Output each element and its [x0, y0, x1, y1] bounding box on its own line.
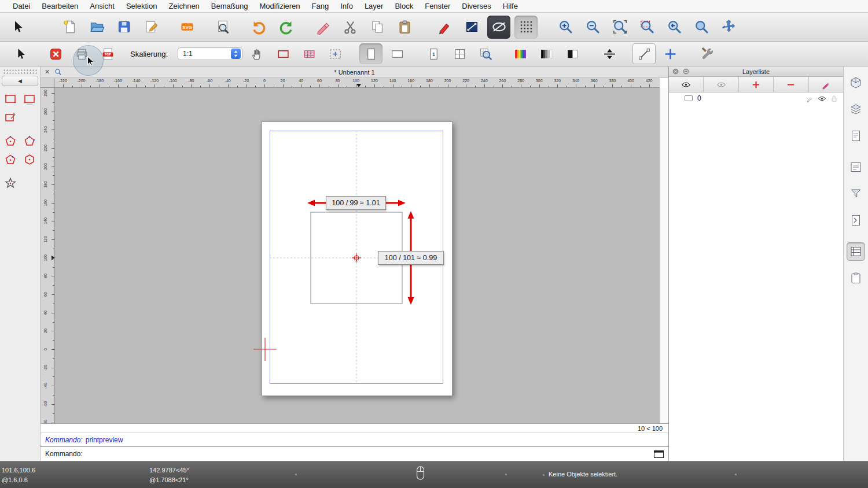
vertical-scrollbar[interactable] — [660, 88, 668, 423]
cut-button[interactable] — [339, 16, 362, 39]
diagonal-line-icon — [637, 47, 652, 61]
menubar-item-fenster[interactable]: Fenster — [419, 0, 456, 12]
black-white-button[interactable] — [561, 43, 584, 64]
print-preview-button[interactable] — [211, 16, 234, 39]
grayscale-button[interactable] — [535, 43, 558, 64]
sheet-page-dock-button[interactable] — [847, 127, 865, 145]
polygon-side-side-tool-button[interactable] — [20, 150, 39, 169]
open-drawing-button[interactable] — [85, 16, 108, 39]
svg-export-button[interactable]: SVG — [175, 16, 198, 39]
ruler-label: 300 — [532, 79, 547, 83]
ruler-tick — [429, 84, 430, 87]
grid-dots-button[interactable] — [514, 16, 538, 39]
polygon-center-side-tool-button[interactable] — [1, 150, 20, 169]
combo-stepper-icon[interactable] — [231, 49, 241, 59]
undo-button[interactable] — [247, 16, 270, 39]
rectangle-orientation-tool-button[interactable] — [1, 108, 20, 127]
selection-filter-dock-button[interactable] — [847, 184, 865, 203]
pen-edit-button[interactable] — [433, 16, 456, 39]
page-one-button[interactable]: 1 — [422, 43, 445, 64]
menubar-item-hilfe[interactable]: Hilfe — [497, 0, 524, 12]
menubar-item-info[interactable]: Info — [334, 0, 359, 12]
pan-hand-button[interactable] — [245, 43, 269, 64]
center-marks-button[interactable] — [598, 43, 621, 64]
eye-button[interactable] — [669, 77, 704, 92]
ruler-tick — [164, 86, 164, 87]
zoom-window-button[interactable] — [690, 16, 713, 39]
zoom-out-button[interactable] — [581, 16, 604, 39]
library-browser-dock-button[interactable] — [847, 158, 865, 176]
toolbox-drag-handle[interactable] — [3, 69, 37, 74]
block-edit-button[interactable] — [460, 16, 483, 39]
paste-button[interactable] — [393, 16, 416, 39]
command-panel-toggle-icon[interactable] — [654, 450, 664, 458]
menubar-item-selektion[interactable]: Selektion — [120, 0, 163, 12]
menubar-item-fang[interactable]: Fang — [306, 0, 335, 12]
block-list-dock-button[interactable] — [847, 100, 865, 119]
ruler-label: 400 — [623, 79, 638, 83]
menubar-item-bemaung[interactable]: Bemaßung — [205, 0, 254, 12]
pan-button[interactable] — [717, 16, 740, 39]
portrait-page-button[interactable] — [359, 43, 382, 64]
full-color-button[interactable] — [509, 43, 532, 64]
crosshair-box-button[interactable] — [323, 43, 347, 64]
menubar-item-modifizieren[interactable]: Modifizieren — [253, 0, 306, 12]
landscape-page-button[interactable] — [385, 43, 409, 64]
eye-off-button[interactable] — [704, 77, 738, 92]
ruler-tick — [52, 221, 54, 221]
red-rectangle-button[interactable] — [271, 43, 295, 64]
menubar-item-datei[interactable]: Datei — [7, 0, 36, 12]
save-drawing-button[interactable] — [112, 16, 135, 39]
previous-view-button[interactable] — [663, 16, 686, 39]
menubar-item-block[interactable]: Block — [389, 0, 419, 12]
close-view-icon[interactable]: ✕ — [45, 68, 50, 76]
layer-edit-pencil-icon[interactable] — [806, 94, 814, 103]
ruler-label: 100 — [348, 79, 363, 83]
layer-row-0[interactable]: 0 — [669, 93, 843, 104]
polygon-vertex-vertex-tool-button[interactable] — [20, 132, 39, 150]
layer-visible-eye-icon[interactable] — [818, 94, 826, 103]
blue-cross-button[interactable] — [659, 43, 682, 64]
layer-list-dock-button[interactable] — [847, 242, 865, 261]
app-preferences-button[interactable] — [696, 43, 719, 64]
star-tool-button[interactable] — [1, 174, 20, 193]
panel-close-icon[interactable] — [672, 68, 679, 75]
command-input[interactable] — [86, 450, 654, 458]
menubar-item-layer[interactable]: Layer — [359, 0, 389, 12]
layer-lock-icon[interactable] — [830, 94, 838, 103]
view-magnifier-icon[interactable] — [54, 68, 62, 76]
copy-button[interactable] — [366, 16, 389, 39]
panel-detach-icon[interactable] — [682, 68, 690, 75]
menubar-item-bearbeiten[interactable]: Bearbeiten — [36, 0, 84, 12]
rectangle-corners-tool-button[interactable] — [1, 90, 20, 108]
selection-pointer-button[interactable] — [6, 16, 29, 39]
auto-zoom-button[interactable] — [608, 16, 631, 39]
remove-layer-button[interactable] — [774, 77, 808, 92]
red-grid-button[interactable] — [297, 43, 321, 64]
draft-mode-button[interactable] — [487, 16, 510, 39]
property-editor-dock-button[interactable] — [847, 73, 865, 92]
selection-pointer-button[interactable] — [9, 43, 32, 64]
scaling-combobox[interactable]: 1:1 — [178, 47, 242, 60]
zoom-in-button[interactable] — [554, 16, 577, 39]
magnifier-grid-button[interactable] — [474, 43, 497, 64]
polygon-center-vertex-tool-button[interactable] — [1, 132, 20, 150]
zoom-selection-button[interactable] — [635, 16, 659, 39]
add-layer-button[interactable] — [739, 77, 774, 92]
toolbox-back-button[interactable]: ◀ — [2, 76, 38, 86]
grid-tiles-button[interactable] — [448, 43, 471, 64]
clipboard-panel-dock-button[interactable] — [847, 269, 865, 287]
rectangle-size-tool-button[interactable] — [20, 90, 39, 108]
menubar-item-diverses[interactable]: Diverses — [456, 0, 497, 12]
drawing-canvas[interactable]: 100 / 99 ≈ 1.01 100 / 101 ≈ 0.99 — [55, 88, 660, 423]
drawing-preferences-button[interactable] — [139, 16, 163, 39]
close-print-preview-button[interactable] — [44, 43, 67, 64]
edit-layer-button[interactable] — [809, 77, 843, 92]
new-drawing-button[interactable] — [58, 16, 81, 39]
eraser-button[interactable] — [311, 16, 334, 39]
menubar-item-ansicht[interactable]: Ansicht — [84, 0, 120, 12]
report-panel-dock-button[interactable] — [847, 211, 865, 230]
diagonal-line-button[interactable] — [632, 43, 656, 64]
menubar-item-zeichnen[interactable]: Zeichnen — [163, 0, 205, 12]
redo-button[interactable] — [274, 16, 297, 39]
